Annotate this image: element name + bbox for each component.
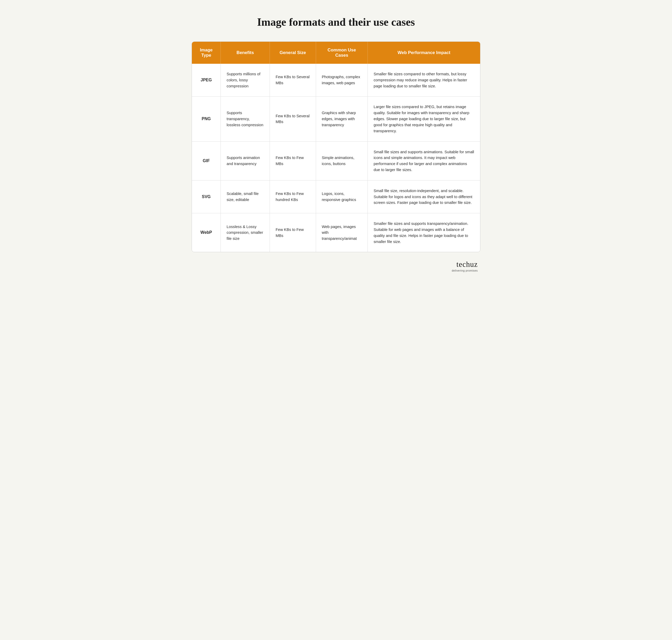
col-header-use-cases: Common Use Cases bbox=[316, 42, 368, 64]
cell-use-cases: Web pages, images with transparency/anim… bbox=[316, 213, 368, 252]
page-title: Image formats and their use cases bbox=[191, 16, 481, 28]
cell-performance: Smaller file sizes and supports transpar… bbox=[368, 213, 480, 252]
table-row: JPEGSupports millions of colors, lossy c… bbox=[192, 64, 480, 97]
cell-benefits: Lossless & Lossy compression, smaller fi… bbox=[221, 213, 270, 252]
cell-performance: Smaller file sizes compared to other for… bbox=[368, 64, 480, 97]
branding: techuz delivering promises bbox=[191, 260, 481, 272]
cell-type: WebP bbox=[192, 213, 221, 252]
table-row: SVGScalable, small file size, editableFe… bbox=[192, 180, 480, 213]
table-header-row: Image Type Benefits General Size Common … bbox=[192, 42, 480, 64]
cell-size: Few KBs to Several MBs bbox=[270, 97, 316, 142]
col-header-performance: Web Performance Impact bbox=[368, 42, 480, 64]
table-row: PNGSupports transparency, lossless compr… bbox=[192, 97, 480, 142]
cell-type: PNG bbox=[192, 97, 221, 142]
cell-benefits: Supports transparency, lossless compress… bbox=[221, 97, 270, 142]
table-row: GIFSupports animation and transparencyFe… bbox=[192, 142, 480, 180]
cell-type: SVG bbox=[192, 180, 221, 213]
table-wrapper: Image Type Benefits General Size Common … bbox=[191, 42, 481, 252]
cell-use-cases: Photographs, complex images, web pages bbox=[316, 64, 368, 97]
col-header-benefits: Benefits bbox=[221, 42, 270, 64]
cell-performance: Small file sizes and supports animations… bbox=[368, 142, 480, 180]
col-header-image-type: Image Type bbox=[192, 42, 221, 64]
cell-use-cases: Graphics with sharp edges, images with t… bbox=[316, 97, 368, 142]
cell-size: Few KBs to Few hundred KBs bbox=[270, 180, 316, 213]
col-header-size: General Size bbox=[270, 42, 316, 64]
cell-use-cases: Logos, icons, responsive graphics bbox=[316, 180, 368, 213]
cell-size: Few KBs to Few MBs bbox=[270, 213, 316, 252]
cell-benefits: Supports animation and transparency bbox=[221, 142, 270, 180]
cell-benefits: Scalable, small file size, editable bbox=[221, 180, 270, 213]
brand-tagline: delivering promises bbox=[452, 269, 478, 272]
table-row: WebPLossless & Lossy compression, smalle… bbox=[192, 213, 480, 252]
page-container: Image formats and their use cases Image … bbox=[191, 16, 481, 272]
image-formats-table: Image Type Benefits General Size Common … bbox=[192, 42, 480, 252]
cell-type: JPEG bbox=[192, 64, 221, 97]
brand-name: techuz bbox=[457, 260, 478, 269]
cell-benefits: Supports millions of colors, lossy compr… bbox=[221, 64, 270, 97]
cell-performance: Larger file sizes compared to JPEG, but … bbox=[368, 97, 480, 142]
cell-size: Few KBs to Few MBs bbox=[270, 142, 316, 180]
cell-size: Few KBs to Several MBs bbox=[270, 64, 316, 97]
cell-performance: Small file size, resolution-independent,… bbox=[368, 180, 480, 213]
cell-type: GIF bbox=[192, 142, 221, 180]
cell-use-cases: Simple animations, icons, buttons bbox=[316, 142, 368, 180]
